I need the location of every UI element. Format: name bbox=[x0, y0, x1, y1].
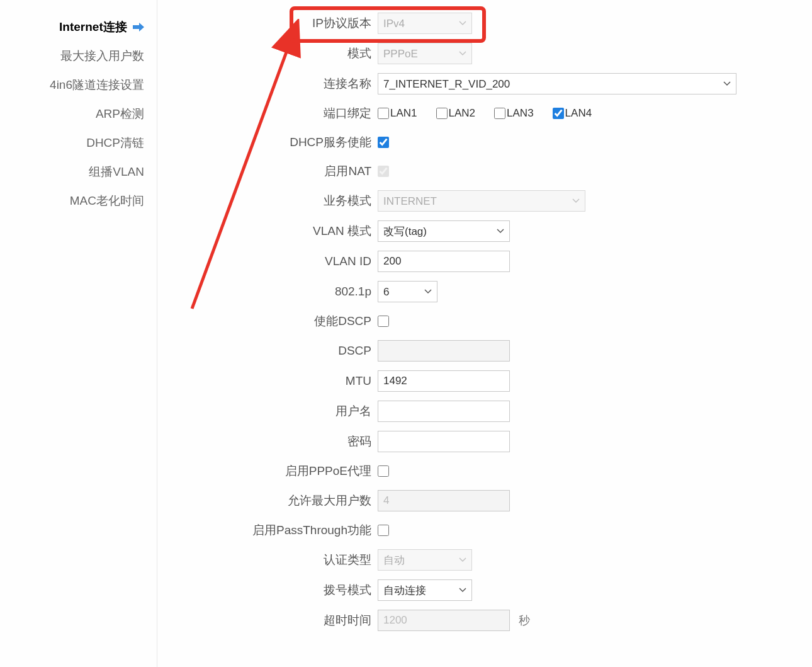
row-dhcp-enable: DHCP服务使能 bbox=[164, 132, 812, 152]
sidebar-item-label: 组播VLAN bbox=[89, 165, 144, 178]
checkbox-passthrough[interactable] bbox=[378, 525, 389, 536]
label-auth-type: 认证类型 bbox=[164, 552, 378, 568]
row-timeout: 超时时间 秒 bbox=[164, 610, 812, 631]
select-ip-version[interactable]: IPv4 bbox=[378, 13, 472, 34]
label-dscp-enable: 使能DSCP bbox=[164, 313, 378, 329]
sidebar-item-label: DHCP清链 bbox=[86, 136, 144, 149]
label-mode: 模式 bbox=[164, 45, 378, 62]
checkbox-lan1[interactable] bbox=[378, 108, 389, 119]
select-mode[interactable]: PPPoE bbox=[378, 43, 472, 64]
checkbox-lan2-label: LAN2 bbox=[449, 107, 476, 120]
checkbox-lan4[interactable] bbox=[553, 108, 564, 119]
label-port-bind: 端口绑定 bbox=[164, 105, 378, 122]
select-service-mode[interactable]: INTERNET bbox=[378, 190, 585, 212]
row-dial-mode: 拨号模式 自动连接 bbox=[164, 579, 812, 601]
label-dhcp-enable: DHCP服务使能 bbox=[164, 134, 378, 151]
select-conn-name[interactable]: 7_INTERNET_R_VID_200 bbox=[378, 73, 736, 94]
row-password: 密码 bbox=[164, 431, 812, 452]
sidebar-item-label: 最大接入用户数 bbox=[60, 49, 144, 62]
select-dot1p[interactable]: 6 bbox=[378, 281, 437, 302]
label-mtu: MTU bbox=[164, 374, 378, 388]
label-pppoe-proxy: 启用PPPoE代理 bbox=[164, 463, 378, 479]
label-ip-version: IP协议版本 bbox=[164, 15, 378, 31]
sidebar-item-dhcp-clear[interactable]: DHCP清链 bbox=[0, 128, 157, 157]
row-nat-enable: 启用NAT bbox=[164, 161, 812, 181]
label-password: 密码 bbox=[164, 433, 378, 450]
label-timeout: 超时时间 bbox=[164, 612, 378, 629]
main-form: IP协议版本 IPv4 模式 PPPoE 连接名称 7_INTERNET_R_V… bbox=[164, 13, 812, 640]
checkbox-dhcp-enable[interactable] bbox=[378, 137, 389, 148]
checkbox-lan1-wrap[interactable]: LAN1 bbox=[378, 107, 417, 120]
label-dscp: DSCP bbox=[164, 344, 378, 358]
row-dot1p: 802.1p 6 bbox=[164, 281, 812, 302]
checkbox-lan2[interactable] bbox=[436, 108, 448, 119]
sidebar-item-mac-aging[interactable]: MAC老化时间 bbox=[0, 186, 157, 215]
sidebar-item-arp[interactable]: ARP检测 bbox=[0, 100, 157, 128]
label-max-users: 允许最大用户数 bbox=[164, 493, 378, 509]
input-max-users bbox=[378, 490, 510, 511]
select-vlan-mode[interactable]: 改写(tag) bbox=[378, 220, 510, 242]
row-vlan-id: VLAN ID bbox=[164, 251, 812, 272]
select-auth-type[interactable]: 自动 bbox=[378, 549, 472, 571]
sidebar-item-label: ARP检测 bbox=[96, 107, 144, 120]
checkbox-nat-enable bbox=[378, 166, 389, 177]
checkbox-lan4-wrap[interactable]: LAN4 bbox=[553, 107, 592, 120]
label-username: 用户名 bbox=[164, 403, 378, 419]
select-dial-mode[interactable]: 自动连接 bbox=[378, 579, 472, 601]
checkbox-lan2-wrap[interactable]: LAN2 bbox=[436, 107, 476, 120]
input-dscp bbox=[378, 340, 510, 362]
label-nat-enable: 启用NAT bbox=[164, 163, 378, 180]
sidebar-item-label: 4in6隧道连接设置 bbox=[50, 78, 144, 91]
input-timeout bbox=[378, 610, 510, 631]
row-pppoe-proxy: 启用PPPoE代理 bbox=[164, 461, 812, 481]
checkbox-lan3[interactable] bbox=[494, 108, 505, 119]
sidebar-item-max-users[interactable]: 最大接入用户数 bbox=[0, 42, 157, 71]
input-mtu[interactable] bbox=[378, 370, 510, 392]
checkbox-dscp-enable[interactable] bbox=[378, 316, 389, 327]
label-conn-name: 连接名称 bbox=[164, 76, 378, 92]
label-passthrough: 启用PassThrough功能 bbox=[164, 522, 378, 539]
label-dot1p: 802.1p bbox=[164, 285, 378, 299]
row-mtu: MTU bbox=[164, 370, 812, 392]
row-max-users: 允许最大用户数 bbox=[164, 490, 812, 511]
checkbox-lan3-wrap[interactable]: LAN3 bbox=[494, 107, 534, 120]
row-passthrough: 启用PassThrough功能 bbox=[164, 520, 812, 540]
label-vlan-id: VLAN ID bbox=[164, 254, 378, 268]
sidebar: Internet连接 最大接入用户数 4in6隧道连接设置 ARP检测 DHCP… bbox=[0, 0, 157, 667]
checkbox-lan3-label: LAN3 bbox=[507, 107, 534, 120]
row-port-bind: 端口绑定 LAN1 LAN2 LAN3 LAN4 bbox=[164, 103, 812, 123]
timeout-unit: 秒 bbox=[519, 613, 530, 628]
checkbox-lan1-label: LAN1 bbox=[390, 107, 417, 120]
sidebar-item-label: MAC老化时间 bbox=[70, 194, 144, 207]
label-vlan-mode: VLAN 模式 bbox=[164, 223, 378, 239]
row-vlan-mode: VLAN 模式 改写(tag) bbox=[164, 220, 812, 242]
sidebar-item-label: Internet连接 bbox=[59, 20, 127, 33]
row-auth-type: 认证类型 自动 bbox=[164, 549, 812, 571]
row-username: 用户名 bbox=[164, 401, 812, 422]
checkbox-lan4-label: LAN4 bbox=[565, 107, 592, 120]
input-password[interactable] bbox=[378, 431, 510, 452]
row-dscp-enable: 使能DSCP bbox=[164, 311, 812, 331]
sidebar-item-multicast-vlan[interactable]: 组播VLAN bbox=[0, 157, 157, 186]
input-username[interactable] bbox=[378, 401, 510, 422]
row-service-mode: 业务模式 INTERNET bbox=[164, 190, 812, 212]
label-dial-mode: 拨号模式 bbox=[164, 582, 378, 598]
row-mode: 模式 PPPoE bbox=[164, 43, 812, 64]
row-ip-version: IP协议版本 IPv4 bbox=[164, 13, 812, 34]
checkbox-pppoe-proxy[interactable] bbox=[378, 465, 389, 477]
row-conn-name: 连接名称 7_INTERNET_R_VID_200 bbox=[164, 73, 812, 94]
sidebar-item-4in6[interactable]: 4in6隧道连接设置 bbox=[0, 71, 157, 100]
row-dscp: DSCP bbox=[164, 340, 812, 362]
sidebar-item-internet[interactable]: Internet连接 bbox=[0, 13, 157, 42]
input-vlan-id[interactable] bbox=[378, 251, 510, 272]
label-service-mode: 业务模式 bbox=[164, 193, 378, 209]
arrow-right-icon bbox=[133, 21, 144, 35]
